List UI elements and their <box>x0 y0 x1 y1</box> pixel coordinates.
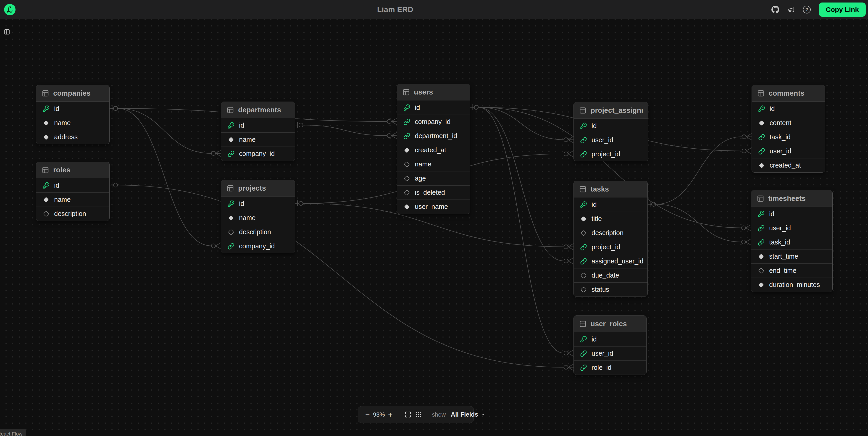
field-roles-id[interactable]: id <box>36 178 110 192</box>
table-users[interactable]: usersidcompany_iddepartment_idcreated_at… <box>397 84 470 214</box>
field-tasks-status[interactable]: status <box>574 282 647 297</box>
not-null-diamond-icon <box>758 281 765 288</box>
table-title: companies <box>53 89 91 97</box>
field-comments-id[interactable]: id <box>752 101 825 116</box>
nullable-diamond-icon <box>403 175 410 182</box>
field-tasks-id[interactable]: id <box>574 197 647 212</box>
field-tasks-project_id[interactable]: project_id <box>574 240 647 254</box>
field-user_roles-role_id[interactable]: role_id <box>574 361 646 375</box>
table-title: timesheets <box>768 194 806 203</box>
table-tasks[interactable]: tasksidtitledescriptionproject_idassigne… <box>574 181 648 297</box>
panel-left-toggle[interactable] <box>4 29 10 36</box>
field-tasks-title[interactable]: title <box>574 212 647 226</box>
field-projects-company_id[interactable]: company_id <box>221 239 295 253</box>
table-header-user_roles[interactable]: user_roles <box>574 316 646 332</box>
table-companies[interactable]: companiesidnameaddress <box>36 85 110 144</box>
field-project_assignments-user_id[interactable]: user_id <box>574 133 648 147</box>
field-departments-name[interactable]: name <box>221 132 295 147</box>
field-roles-name[interactable]: name <box>36 192 110 207</box>
key-icon <box>403 104 410 111</box>
field-comments-task_id[interactable]: task_id <box>752 130 825 144</box>
field-name: due_date <box>592 272 619 279</box>
help-button[interactable]: ? <box>803 6 811 13</box>
field-users-id[interactable]: id <box>397 100 470 115</box>
field-users-is_deleted[interactable]: is_deleted <box>397 185 470 199</box>
field-comments-user_id[interactable]: user_id <box>752 144 825 158</box>
table-comments[interactable]: commentsidcontenttask_iduser_idcreated_a… <box>751 85 825 173</box>
table-icon <box>42 166 49 174</box>
table-header-projects[interactable]: projects <box>221 180 295 196</box>
table-header-companies[interactable]: companies <box>36 85 110 101</box>
table-header-roles[interactable]: roles <box>36 162 110 178</box>
field-name: company_id <box>415 118 451 126</box>
field-timesheets-id[interactable]: id <box>751 207 832 221</box>
field-timesheets-task_id[interactable]: task_id <box>751 235 832 249</box>
table-projects[interactable]: projectsidnamedescriptioncompany_id <box>221 180 295 253</box>
copy-link-button[interactable]: Copy Link <box>819 2 866 17</box>
field-companies-id[interactable]: id <box>36 101 110 116</box>
field-project_assignments-id[interactable]: id <box>574 119 648 133</box>
top-bar: ℒ Liam ERD ? Copy Link <box>0 0 868 20</box>
fit-view-button[interactable] <box>403 411 413 418</box>
table-header-project_assignments[interactable]: project_assignme... <box>574 102 648 119</box>
field-name: name <box>54 196 71 204</box>
field-timesheets-duration_minutes[interactable]: duration_minutes <box>751 278 832 292</box>
zoom-out-button[interactable]: − <box>364 411 372 418</box>
field-comments-content[interactable]: content <box>752 116 825 130</box>
fit-view-icon <box>405 411 411 418</box>
field-name: is_deleted <box>415 189 445 196</box>
table-roles[interactable]: rolesidnamedescription <box>36 162 110 221</box>
field-roles-description[interactable]: description <box>36 207 110 221</box>
field-users-name[interactable]: name <box>397 157 470 171</box>
table-header-tasks[interactable]: tasks <box>574 181 647 197</box>
field-user_roles-id[interactable]: id <box>574 332 646 346</box>
field-name: description <box>54 210 86 218</box>
field-timesheets-start_time[interactable]: start_time <box>751 249 832 263</box>
table-header-departments[interactable]: departments <box>221 102 295 118</box>
page-title: Liam ERD <box>377 5 413 14</box>
fields-filter-dropdown[interactable]: All Fields <box>449 411 487 418</box>
field-users-age[interactable]: age <box>397 171 470 185</box>
field-users-department_id[interactable]: department_id <box>397 129 470 143</box>
tidy-up-button[interactable] <box>413 411 424 418</box>
field-companies-address[interactable]: address <box>36 130 110 144</box>
table-timesheets[interactable]: timesheetsiduser_idtask_idstart_timeend_… <box>751 190 833 292</box>
table-icon <box>42 90 49 97</box>
announcements-button[interactable] <box>787 6 795 13</box>
key-icon <box>228 122 235 129</box>
field-users-company_id[interactable]: company_id <box>397 115 470 129</box>
field-projects-id[interactable]: id <box>221 196 295 211</box>
field-user_roles-user_id[interactable]: user_id <box>574 346 646 361</box>
table-header-users[interactable]: users <box>397 84 470 100</box>
field-tasks-description[interactable]: description <box>574 226 647 240</box>
field-users-created_at[interactable]: created_at <box>397 143 470 157</box>
field-departments-id[interactable]: id <box>221 118 295 132</box>
field-timesheets-end_time[interactable]: end_time <box>751 263 832 278</box>
table-header-comments[interactable]: comments <box>752 85 825 101</box>
field-timesheets-user_id[interactable]: user_id <box>751 221 832 235</box>
field-name: id <box>239 200 244 208</box>
field-comments-created_at[interactable]: created_at <box>752 158 825 173</box>
field-projects-name[interactable]: name <box>221 211 295 225</box>
field-departments-company_id[interactable]: company_id <box>221 147 295 161</box>
github-button[interactable] <box>771 6 779 13</box>
field-tasks-due_date[interactable]: due_date <box>574 268 647 282</box>
react-flow-attribution[interactable]: React Flow <box>0 429 26 436</box>
table-title: user_roles <box>591 320 627 328</box>
field-projects-description[interactable]: description <box>221 225 295 239</box>
field-name: user_id <box>770 148 791 155</box>
table-header-timesheets[interactable]: timesheets <box>751 190 832 207</box>
zoom-in-button[interactable]: + <box>386 411 395 418</box>
table-project_assignments[interactable]: project_assignme...iduser_idproject_id <box>574 102 648 161</box>
field-name: name <box>239 214 256 222</box>
field-tasks-assigned_user_id[interactable]: assigned_user_id <box>574 254 647 268</box>
table-user_roles[interactable]: user_rolesiduser_idrole_id <box>574 315 647 375</box>
field-users-user_name[interactable]: user_name <box>397 199 470 214</box>
table-departments[interactable]: departmentsidnamecompany_id <box>221 101 295 161</box>
field-companies-name[interactable]: name <box>36 116 110 130</box>
liam-logo[interactable]: ℒ <box>4 4 16 15</box>
table-icon <box>757 195 764 202</box>
erd-canvas[interactable]: companiesidnameaddressrolesidnamedescrip… <box>0 0 868 436</box>
not-null-diamond-icon <box>758 120 765 126</box>
field-project_assignments-project_id[interactable]: project_id <box>574 147 648 161</box>
